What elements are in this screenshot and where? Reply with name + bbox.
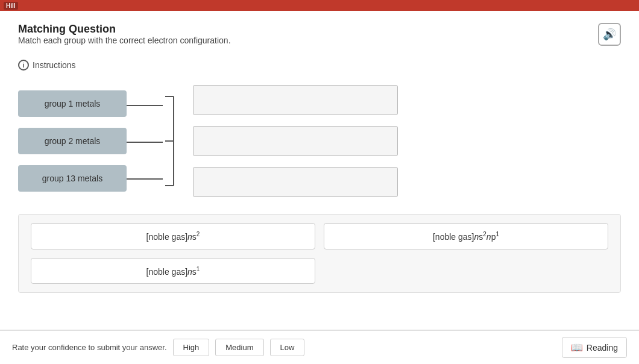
line3 [127, 178, 163, 180]
instructions-row[interactable]: i Instructions [18, 60, 621, 71]
group13-button[interactable]: group 13 metals [18, 165, 127, 192]
medium-button[interactable]: Medium [215, 339, 263, 356]
header-row: Matching Question Match each group with … [18, 23, 621, 56]
instructions-label: Instructions [33, 60, 76, 70]
logo: Hill [4, 2, 18, 10]
low-button[interactable]: Low [270, 339, 305, 356]
confidence-row: Rate your confidence to submit your answ… [12, 339, 304, 356]
options-area: [noble gas]ns2 [noble gas]ns2np1 [noble … [18, 214, 621, 293]
left-labels: group 1 metals group 2 metals group 13 m… [18, 90, 127, 192]
subtitle: Match each group with the correct electr… [18, 36, 231, 45]
bracket-container [163, 90, 175, 192]
answer-box-3[interactable] [193, 167, 398, 197]
top-bar: Hill [0, 0, 639, 11]
book-icon: 📖 [571, 342, 583, 353]
group1-button[interactable]: group 1 metals [18, 90, 127, 117]
option-ns1-button[interactable]: [noble gas]ns1 [31, 258, 315, 284]
bracket-svg [163, 90, 175, 192]
main-container: Matching Question Match each group with … [0, 11, 639, 364]
group2-button[interactable]: group 2 metals [18, 128, 127, 154]
question-title: Matching Question [18, 23, 231, 36]
audio-button[interactable]: 🔊 [598, 23, 621, 46]
high-button[interactable]: High [173, 339, 210, 356]
question-title-area: Matching Question Match each group with … [18, 23, 231, 56]
reading-label: Reading [587, 343, 618, 353]
bottom-bar: Rate your confidence to submit your answ… [0, 330, 639, 364]
connector-lines [127, 90, 163, 192]
answer-box-2[interactable] [193, 126, 398, 156]
instructions-icon: i [18, 60, 29, 71]
matching-area: group 1 metals group 2 metals group 13 m… [18, 85, 621, 197]
right-answer-boxes [193, 85, 398, 197]
line2 [127, 142, 163, 143]
option-ns2-button[interactable]: [noble gas]ns2 [31, 223, 315, 249]
answer-box-1[interactable] [193, 85, 398, 115]
confidence-label: Rate your confidence to submit your answ… [12, 343, 167, 352]
option-ns2np1-button[interactable]: [noble gas]ns2np1 [324, 223, 608, 249]
line1 [127, 105, 163, 106]
reading-button[interactable]: 📖 Reading [562, 337, 627, 358]
